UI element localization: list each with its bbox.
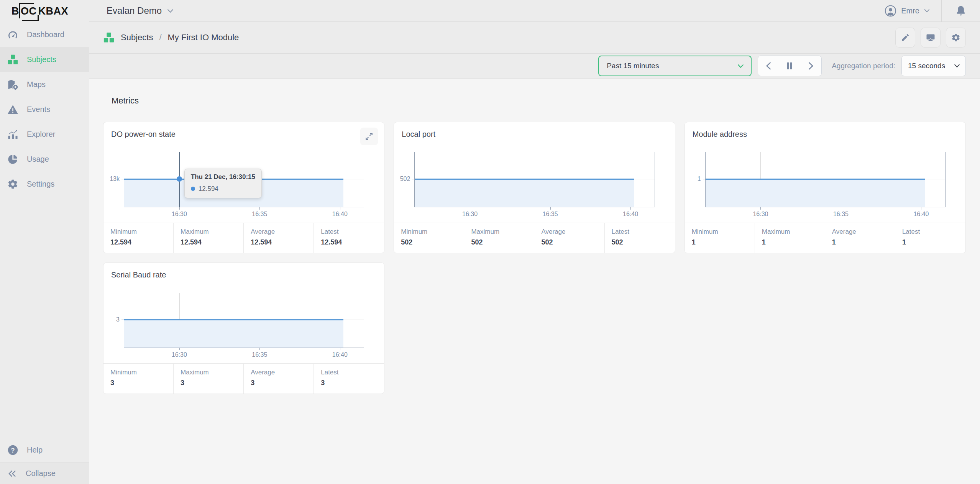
sidebar-item-label: Settings: [27, 180, 54, 189]
stat-label: Maximum: [762, 228, 825, 236]
stat-value: 1: [902, 238, 965, 246]
stat-maximum: Maximum 12.594: [174, 223, 244, 253]
sidebar-item-events[interactable]: Events: [0, 97, 89, 122]
notifications-button[interactable]: [942, 5, 980, 17]
time-range-value: Past 15 minutes: [607, 62, 659, 70]
metric-card: Serial Baud rate 3 16:30 16:35 16:40: [103, 263, 384, 394]
metric-cards-grid: DO power-on state 13k 16:30 16:35 16:40: [103, 122, 966, 394]
gear-icon: [7, 179, 18, 190]
x-axis-tickmark: [921, 207, 921, 210]
stat-average: Average 502: [534, 223, 604, 253]
stat-label: Maximum: [471, 228, 534, 236]
main-area: Evalan Demo Emre Subjects / My First IO …: [89, 0, 980, 484]
workspace-switcher[interactable]: Evalan Demo: [107, 5, 174, 16]
pause-button[interactable]: [779, 56, 800, 76]
chart-area-fill: [124, 320, 343, 348]
user-menu[interactable]: Emre: [885, 5, 930, 17]
stat-value: 1: [762, 238, 825, 246]
metrics-heading: Metrics: [112, 96, 966, 106]
stat-maximum: Maximum 3: [174, 364, 244, 394]
stat-value: 1: [832, 238, 895, 246]
sidebar-item-subjects[interactable]: Subjects: [0, 47, 89, 72]
x-axis-tickmark: [550, 207, 551, 210]
tooltip-timestamp: Thu 21 Dec, 16:30:15: [185, 169, 261, 182]
chevron-down-icon: [167, 9, 174, 13]
stat-label: Latest: [612, 228, 675, 236]
y-axis-tickmark: [121, 320, 124, 320]
aggregation-period-label: Aggregation period:: [832, 62, 895, 70]
stat-maximum: Maximum 1: [755, 223, 825, 253]
stat-value: 12.594: [251, 238, 314, 246]
stat-minimum: Minimum 12.594: [103, 223, 174, 253]
x-axis-tickmark: [841, 207, 841, 210]
x-axis-tickmark: [760, 207, 761, 210]
chart-explore-icon: [7, 129, 18, 140]
sidebar-item-settings[interactable]: Settings: [0, 172, 89, 197]
metric-stats: Minimum 502 Maximum 502 Average 502 Late…: [394, 223, 675, 253]
svg-text:?: ?: [11, 447, 15, 454]
stat-label: Minimum: [401, 228, 464, 236]
sidebar: BOCKBAX Dashboard Subjects Maps Events E…: [0, 0, 89, 484]
breadcrumb-separator: /: [159, 33, 161, 43]
stat-label: Average: [251, 228, 314, 236]
pause-icon: [786, 62, 793, 70]
user-name: Emre: [901, 7, 919, 15]
sidebar-item-maps[interactable]: Maps: [0, 72, 89, 97]
x-axis-tick-label: 16:40: [332, 351, 348, 358]
breadcrumb-page: My First IO Module: [168, 33, 239, 43]
stat-label: Minimum: [110, 369, 173, 376]
metric-chart[interactable]: 3 16:30 16:35 16:40: [103, 287, 384, 363]
metric-chart[interactable]: 13k 16:30 16:35 16:40 Thu 21 Dec, 16:30:…: [103, 147, 384, 223]
y-axis-tickmark: [412, 179, 415, 179]
x-axis-tick-label: 16:30: [172, 351, 187, 358]
x-axis-tickmark: [340, 348, 340, 350]
x-axis-tick-label: 16:35: [252, 211, 267, 218]
x-axis-tick-label: 16:40: [623, 211, 638, 218]
metric-stats: Minimum 3 Maximum 3 Average 3 Latest 3: [103, 363, 384, 394]
metric-card-title: DO power-on state: [111, 130, 176, 139]
x-axis-tick-label: 16:30: [753, 211, 768, 218]
monitor-icon: [926, 33, 935, 42]
previous-period-button[interactable]: [758, 56, 779, 76]
tooltip-value: 12.594: [199, 185, 218, 193]
expand-chart-button[interactable]: [360, 128, 378, 145]
logo-text: KBAX: [38, 5, 69, 17]
stat-label: Average: [251, 369, 314, 376]
metric-chart[interactable]: 1 16:30 16:35 16:40: [685, 147, 965, 223]
stat-latest: Latest 3: [314, 364, 384, 394]
sidebar-spacer: [0, 197, 89, 438]
stat-minimum: Minimum 502: [394, 223, 464, 253]
metric-card-header: Serial Baud rate: [103, 263, 384, 287]
stat-latest: Latest 502: [605, 223, 675, 253]
next-period-button[interactable]: [800, 56, 821, 76]
stat-value: 12.594: [181, 238, 243, 246]
sidebar-nav: Dashboard Subjects Maps Events Explorer …: [0, 22, 89, 197]
logo-text: B: [11, 5, 19, 17]
metric-stats: Minimum 1 Maximum 1 Average 1 Latest 1: [685, 223, 965, 253]
stat-value: 3: [251, 379, 314, 387]
stat-value: 1: [692, 238, 755, 246]
sidebar-item-usage[interactable]: Usage: [0, 147, 89, 172]
subject-settings-button[interactable]: [946, 28, 966, 48]
stat-label: Average: [832, 228, 895, 236]
content-area: Metrics DO power-on state 13k 16:30 16:3…: [89, 79, 980, 484]
double-chevron-left-icon: [7, 469, 17, 479]
workspace-name: Evalan Demo: [107, 5, 162, 16]
x-axis-tick-label: 16:40: [913, 211, 929, 218]
sidebar-collapse-button[interactable]: Collapse: [0, 463, 89, 484]
display-button[interactable]: [921, 28, 941, 48]
chevron-down-icon: [954, 64, 960, 68]
sidebar-item-explorer[interactable]: Explorer: [0, 122, 89, 147]
sidebar-item-help[interactable]: ? Help: [0, 438, 89, 463]
aggregation-period-select[interactable]: 15 seconds: [901, 56, 966, 76]
sidebar-item-label: Explorer: [27, 130, 55, 139]
chevron-left-icon: [766, 62, 772, 70]
metric-chart[interactable]: 502 16:30 16:35 16:40: [394, 147, 675, 223]
chart-area-fill: [415, 179, 634, 207]
stat-latest: Latest 12.594: [314, 223, 384, 253]
sidebar-item-dashboard[interactable]: Dashboard: [0, 22, 89, 47]
edit-button[interactable]: [895, 28, 915, 48]
breadcrumb-section[interactable]: Subjects: [121, 33, 153, 43]
sidebar-item-label: Subjects: [27, 55, 56, 64]
time-range-dropdown[interactable]: Past 15 minutes: [598, 56, 752, 76]
